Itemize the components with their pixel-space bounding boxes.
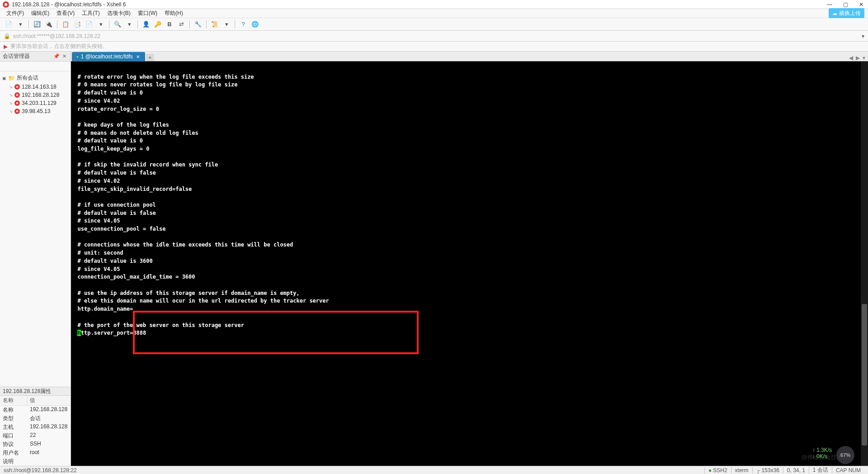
session-label: 39.98.45.13 <box>22 108 50 114</box>
status-ssh: ●SSH2 <box>704 467 731 474</box>
menu-tools[interactable]: 工具(T) <box>79 9 102 18</box>
prop-name: 说明 <box>0 457 27 466</box>
dropdown-icon[interactable]: ▾ <box>96 19 106 29</box>
separator <box>137 20 138 28</box>
host-icon <box>14 92 20 98</box>
terminal-scrollbar[interactable] <box>861 62 868 466</box>
properties-title: 192.168.28.128属性 <box>3 388 51 395</box>
dropdown-icon[interactable]: ▾ <box>15 19 25 29</box>
new-tab-button[interactable]: + <box>146 54 154 61</box>
status-term: xterm <box>731 467 752 474</box>
menu-tabs[interactable]: 选项卡(B) <box>104 9 133 18</box>
minimize-button[interactable]: — <box>825 1 834 8</box>
tab-status-icon: ● <box>76 55 79 59</box>
menu-edit[interactable]: 编辑(E) <box>28 9 52 18</box>
prop-value: root <box>27 449 42 457</box>
properties-table: 名称 值 名称192.168.28.128类型会话主机192.168.28.12… <box>0 396 71 466</box>
transfer-button[interactable]: ⇄ <box>176 19 186 29</box>
menu-file[interactable]: 文件(F) <box>4 9 27 18</box>
titlebar: 192.168.28.128 - @localhost:/etc/fdfs - … <box>0 0 868 9</box>
link-icon: ↘ <box>9 101 13 105</box>
address-text[interactable]: ssh://root:******@192.168.28.128:22 <box>13 33 100 39</box>
disconnect-button[interactable]: 🔌 <box>44 19 54 29</box>
window-title: 192.168.28.128 - @localhost:/etc/fdfs - … <box>12 1 825 8</box>
tree-root[interactable]: ▣ 📁 所有会话 <box>0 73 71 83</box>
panel-title: 会话管理器 <box>3 52 52 60</box>
connected-icon: ● <box>708 467 712 474</box>
search-input[interactable] <box>2 62 73 71</box>
window-controls: — ▢ ✕ <box>825 1 865 8</box>
new-session-button[interactable]: 📄 <box>4 19 14 29</box>
script-button[interactable]: 📜 <box>210 19 220 29</box>
keys-button[interactable]: 🔑 <box>153 19 163 29</box>
session-item[interactable]: ↘ 128.14.163.18 <box>0 83 71 91</box>
upload-label: 插换上传 <box>839 9 861 17</box>
prop-name: 主机 <box>0 423 27 431</box>
tabbar: ● 1 @localhost:/etc/fdfs ✕ + ◀ ▶ ▾ <box>71 52 868 62</box>
session-label: 34.203.11.129 <box>22 100 57 106</box>
link-icon: ↘ <box>9 93 13 97</box>
separator <box>189 20 190 28</box>
separator <box>235 20 235 28</box>
property-row: 协议SSH <box>0 440 71 449</box>
tab-next-icon[interactable]: ▶ <box>855 55 861 61</box>
session-item[interactable]: ↘ 192.168.28.128 <box>0 91 71 99</box>
tools-button[interactable]: 🔧 <box>193 19 203 29</box>
properties-header: 192.168.28.128属性 <box>0 387 71 396</box>
terminal[interactable]: # rotate error log when the log file exc… <box>71 62 868 466</box>
prop-value: 192.168.28.128 <box>27 406 70 414</box>
dropdown-icon[interactable]: ▾ <box>222 19 231 29</box>
link-icon: ↘ <box>9 85 13 89</box>
prop-name: 用户名 <box>0 449 27 457</box>
menu-window[interactable]: 窗口(W) <box>135 9 160 18</box>
app-icon <box>3 1 9 8</box>
host-icon <box>14 84 20 90</box>
tab-close-icon[interactable]: ✕ <box>135 54 141 59</box>
property-row: 类型会话 <box>0 414 71 423</box>
search-button[interactable]: 🔍 <box>113 19 123 29</box>
tab-prev-icon[interactable]: ◀ <box>848 55 854 61</box>
close-button[interactable]: ✕ <box>857 1 865 8</box>
maximize-button[interactable]: ▢ <box>841 1 850 8</box>
upload-button[interactable]: ☁ 插换上传 <box>829 8 864 19</box>
session-tree: ▣ 📁 所有会话 ↘ 128.14.163.18 ↘ 192.168.28.12… <box>0 71 71 387</box>
font-button[interactable]: B <box>165 19 175 29</box>
scrollbar-thumb[interactable] <box>862 304 867 446</box>
property-row: 端口22 <box>0 431 71 440</box>
host-icon <box>14 109 20 114</box>
session-item[interactable]: ↘ 34.203.11.129 <box>0 99 71 107</box>
properties-button[interactable]: 📋 <box>61 19 71 29</box>
dropdown-icon[interactable]: ▾ <box>124 19 134 29</box>
collapse-icon[interactable]: ▣ <box>2 76 6 81</box>
globe-button[interactable]: 🌐 <box>250 19 260 29</box>
flag-icon: ▶ <box>4 43 8 50</box>
user-button[interactable]: 👤 <box>141 19 151 29</box>
pin-icon[interactable]: 📌 <box>52 53 61 59</box>
addressbar: 🔒 ssh://root:******@192.168.28.128:22 ▾ <box>0 31 868 42</box>
address-dropdown[interactable]: ▾ <box>862 33 864 39</box>
cloud-icon: ☁ <box>832 10 837 16</box>
lock-icon: 🔒 <box>4 33 10 39</box>
session-item[interactable]: ↘ 39.98.45.13 <box>0 107 71 115</box>
session-label: 192.168.28.128 <box>22 92 59 98</box>
col-value-header: 值 <box>27 396 38 405</box>
prop-value: 会话 <box>27 414 43 423</box>
properties-table-head: 名称 值 <box>0 396 71 406</box>
status-size: ┌ 153x36 <box>752 467 783 474</box>
menu-view[interactable]: 查看(V) <box>54 9 77 18</box>
hintbar: ▶ 要添加当前会话，点击左侧的箭头按钮。 <box>0 42 868 52</box>
copy-button[interactable]: 📑 <box>72 19 82 29</box>
menu-help[interactable]: 帮助(H) <box>162 9 186 18</box>
host-icon <box>14 100 20 106</box>
paste-button[interactable]: 📄 <box>84 19 94 29</box>
panel-close-icon[interactable]: ✕ <box>61 53 68 59</box>
help-button[interactable]: ? <box>238 19 248 29</box>
reconnect-button[interactable]: 🔄 <box>32 19 42 29</box>
tab-list-icon[interactable]: ▾ <box>862 55 866 61</box>
hint-text: 要添加当前会话，点击左侧的箭头按钮。 <box>10 43 108 50</box>
tab-session-1[interactable]: ● 1 @localhost:/etc/fdfs ✕ <box>72 52 145 61</box>
session-label: 128.14.163.18 <box>22 84 57 90</box>
menubar: 文件(F) 编辑(E) 查看(V) 工具(T) 选项卡(B) 窗口(W) 帮助(… <box>0 9 868 18</box>
property-row: 名称192.168.28.128 <box>0 406 71 414</box>
separator <box>28 20 29 28</box>
